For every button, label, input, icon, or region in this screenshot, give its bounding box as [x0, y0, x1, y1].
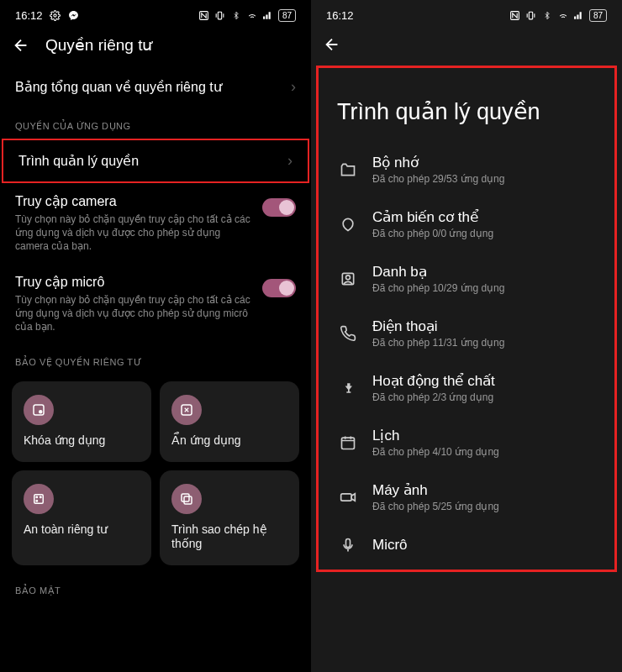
permission-sub: Đã cho phép 10/29 ứng dụng — [372, 282, 594, 294]
permission-title: Điện thoại — [372, 318, 594, 335]
svg-rect-10 — [184, 496, 192, 504]
back-button[interactable] — [12, 36, 30, 55]
bluetooth-icon — [230, 9, 242, 21]
permission-sub: Đã cho phép 2/3 ứng dụng — [372, 391, 594, 403]
permission-title: Micrô — [372, 537, 594, 554]
camera-access-row[interactable]: Truy cập camera Tùy chọn này bỏ chặn quy… — [0, 183, 311, 264]
tile-label: An toàn riêng tư — [24, 522, 140, 538]
calendar-icon — [339, 433, 357, 452]
permission-sub: Đã cho phép 0/0 ứng dụng — [372, 228, 594, 239]
contact-icon — [339, 270, 357, 288]
svg-point-7 — [36, 496, 38, 498]
tile-clipboard[interactable]: Trình sao chép hệ thống — [160, 470, 299, 565]
nfc-icon — [198, 9, 210, 21]
svg-rect-11 — [182, 494, 189, 501]
messenger-icon — [68, 9, 80, 21]
svg-rect-17 — [341, 493, 352, 500]
signal-icon — [573, 9, 585, 21]
svg-rect-18 — [346, 539, 351, 548]
svg-point-15 — [346, 275, 351, 279]
vibrate-icon — [214, 9, 226, 21]
svg-point-9 — [36, 500, 38, 501]
permission-title: Lịch — [372, 427, 594, 444]
page-title: Trình quản lý quyền — [319, 68, 614, 142]
svg-point-8 — [40, 496, 42, 498]
svg-rect-6 — [34, 494, 44, 503]
battery-indicator: 87 — [589, 9, 607, 22]
privacy-overview-row[interactable]: Bảng tổng quan về quyền riêng tư › — [0, 66, 311, 108]
status-time: 16:12 — [15, 9, 43, 22]
permission-row[interactable]: Danh bạĐã cho phép 10/29 ứng dụng — [330, 251, 603, 306]
svg-point-0 — [54, 13, 56, 16]
permission-title: Cảm biến cơ thể — [372, 208, 594, 226]
svg-rect-13 — [530, 12, 533, 19]
permission-row[interactable]: Máy ảnhĐã cho phép 5/25 ứng dụng — [330, 470, 603, 524]
hide-icon — [171, 395, 202, 425]
safe-icon — [24, 484, 54, 514]
svg-rect-16 — [342, 438, 355, 449]
section-protect-privacy: BẢO VỆ QUYỀN RIÊNG TƯ — [0, 344, 311, 375]
permission-sub: Đã cho phép 29/53 ứng dụng — [372, 173, 594, 185]
permission-title: Máy ảnh — [372, 481, 594, 499]
svg-point-4 — [40, 411, 42, 413]
tile-hide-app[interactable]: Ẩn ứng dụng — [160, 381, 299, 462]
toggle-desc: Tùy chọn này bỏ chặn quyền truy cập cho … — [15, 293, 254, 334]
phone-icon — [339, 324, 357, 343]
nfc-icon — [509, 9, 521, 21]
tile-app-lock[interactable]: Khóa ứng dụng — [12, 381, 151, 462]
page-title: Quyền riêng tư — [45, 35, 153, 55]
mic-icon — [339, 536, 357, 554]
mic-access-row[interactable]: Truy cập micrô Tùy chọn này bỏ chặn quyề… — [0, 264, 311, 344]
back-button[interactable] — [323, 35, 341, 54]
chevron-right-icon: › — [287, 152, 293, 170]
permission-sub: Đã cho phép 4/10 ứng dụng — [372, 446, 594, 458]
status-bar: 16:12 87 — [0, 0, 311, 27]
svg-rect-2 — [219, 12, 222, 19]
battery-indicator: 87 — [278, 9, 296, 22]
permission-row[interactable]: Micrô — [330, 524, 603, 566]
permission-row[interactable]: Hoạt động thể chấtĐã cho phép 2/3 ứng dụ… — [330, 360, 603, 415]
permission-title: Danh bạ — [372, 263, 594, 281]
signal-icon — [262, 9, 274, 21]
tile-private-safe[interactable]: An toàn riêng tư — [12, 470, 151, 565]
permission-row[interactable]: LịchĐã cho phép 4/10 ứng dụng — [330, 415, 603, 470]
vibrate-icon — [525, 9, 537, 21]
bluetooth-icon — [541, 9, 553, 21]
heart-icon — [339, 215, 357, 234]
section-app-permissions: QUYỀN CỦA ỨNG DỤNG — [0, 108, 311, 139]
mic-toggle[interactable] — [262, 279, 296, 297]
tile-label: Khóa ứng dụng — [24, 433, 140, 449]
permission-manager-row[interactable]: Trình quản lý quyền › — [2, 139, 309, 183]
copy-icon — [171, 484, 202, 514]
lock-icon — [24, 395, 54, 425]
svg-rect-3 — [34, 405, 44, 415]
permission-sub: Đã cho phép 5/25 ứng dụng — [372, 501, 594, 512]
toggle-title: Truy cập camera — [15, 193, 254, 209]
toggle-title: Truy cập micrô — [15, 274, 254, 290]
permission-title: Hoạt động thể chất — [372, 372, 594, 390]
status-time: 16:12 — [326, 9, 354, 22]
wifi-icon — [557, 9, 569, 21]
tile-label: Trình sao chép hệ thống — [171, 522, 287, 552]
gear-icon — [50, 9, 61, 21]
camera-icon — [339, 488, 357, 507]
row-label: Trình quản lý quyền — [18, 153, 287, 169]
section-security: BẢO MẬT — [0, 572, 311, 603]
permission-sub: Đã cho phép 11/31 ứng dụng — [372, 337, 594, 349]
tile-label: Ẩn ứng dụng — [171, 433, 287, 449]
wifi-icon — [246, 9, 258, 21]
permission-row[interactable]: Bộ nhớĐã cho phép 29/53 ứng dụng — [330, 142, 603, 197]
camera-toggle[interactable] — [262, 198, 296, 217]
permission-title: Bộ nhớ — [372, 154, 594, 171]
status-bar: 16:12 87 — [311, 0, 622, 27]
folder-icon — [339, 160, 357, 179]
row-label: Bảng tổng quan về quyền riêng tư — [15, 79, 291, 95]
permission-row[interactable]: Điện thoạiĐã cho phép 11/31 ứng dụng — [330, 306, 603, 360]
activity-icon — [339, 379, 357, 397]
toggle-desc: Tùy chọn này bỏ chặn quyền truy cập cho … — [15, 213, 254, 254]
permission-row[interactable]: Cảm biến cơ thểĐã cho phép 0/0 ứng dụng — [330, 197, 603, 251]
chevron-right-icon: › — [291, 78, 296, 96]
highlighted-region: Trình quản lý quyền Bộ nhớĐã cho phép 29… — [316, 66, 617, 572]
